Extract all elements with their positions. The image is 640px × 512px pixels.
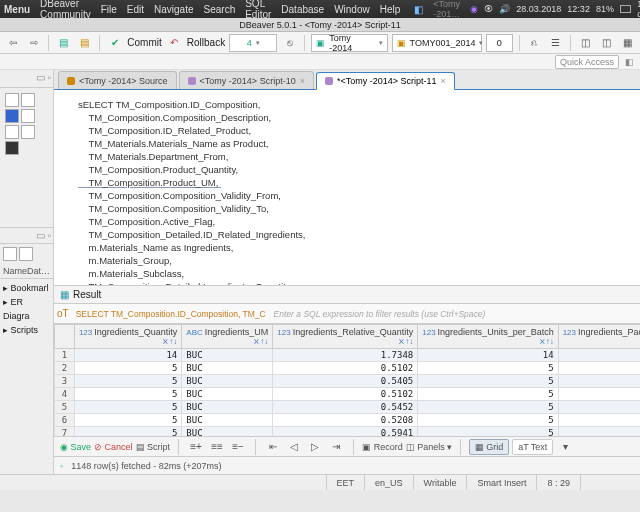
tool4-icon[interactable]: ◫	[598, 34, 615, 52]
tab-source[interactable]: <Tomy -2014> Source	[58, 71, 177, 89]
script-button[interactable]: ▤ Script	[136, 442, 171, 452]
tab-script11[interactable]: *<Tomy -2014> Script-11×	[316, 72, 455, 90]
window-title: DBeaver 5.0.1 - <Tomy -2014> Script-11	[0, 18, 640, 32]
quick-access-bar: Quick Access ◧	[0, 54, 640, 70]
connection-combo[interactable]: ▣Tomy -2014▾	[311, 34, 387, 52]
col-header[interactable]: 123Ingredients_Units_per_Batch⨯↑↓	[418, 325, 558, 349]
tree-bookmarks[interactable]: ▸ Bookmarl	[3, 281, 50, 295]
menu-sqleditor[interactable]: SQL Editor	[245, 0, 271, 20]
tray-wifi-icon[interactable]: ⦿	[484, 4, 493, 14]
filter-bar: oT SELECT TM_Composition.ID_Composition,…	[54, 304, 640, 324]
grid-view-button[interactable]: ▦ Grid	[469, 439, 509, 455]
tray-vol-icon[interactable]: 🔊	[499, 4, 510, 14]
status-insert: Smart Insert	[466, 475, 536, 490]
palette-sw[interactable]	[21, 125, 35, 139]
filter-input[interactable]: Enter a SQL expression to filter results…	[270, 309, 640, 319]
nav-last-icon[interactable]: ⇥	[327, 438, 345, 456]
nav-fwd-icon[interactable]: ⇨	[25, 34, 42, 52]
tray-battery: 81%	[596, 4, 614, 14]
rollback-icon[interactable]: ↶	[166, 34, 183, 52]
tool1-icon[interactable]: ⎌	[526, 34, 543, 52]
tray-date: 28.03.2018	[516, 4, 561, 14]
editor-tabstrip: <Tomy -2014> Source <Tomy -2014> Script-…	[54, 70, 640, 90]
tray-viber-icon[interactable]: ◉	[470, 4, 478, 14]
quick-access[interactable]: Quick Access	[555, 55, 619, 69]
table-row[interactable]: 25BUC0.510251	[55, 362, 640, 375]
table-row[interactable]: 35BUC0.540551	[55, 375, 640, 388]
perspective-icon[interactable]: ◧	[625, 57, 634, 67]
menu-database[interactable]: Database	[281, 4, 324, 15]
col-header[interactable]: 123Ingredients_Quantity⨯↑↓	[74, 325, 181, 349]
text-view-button[interactable]: aT Text	[512, 439, 553, 455]
new-sql-icon[interactable]: ▤	[76, 34, 93, 52]
table-row[interactable]: 114BUC1.7348141	[55, 349, 640, 362]
palette-sw[interactable]	[21, 93, 35, 107]
menu-help[interactable]: Help	[380, 4, 401, 15]
panels-button[interactable]: ◫ Panels ▾	[406, 442, 453, 452]
nav-first-icon[interactable]: ⇤	[264, 438, 282, 456]
edit-add-icon[interactable]: ≡+	[187, 438, 205, 456]
col-header[interactable]: 123Ingredients_Packaging⨯↑↓	[558, 325, 640, 349]
col-header[interactable]: ABCIngredients_UM⨯↑↓	[182, 325, 273, 349]
tool3-icon[interactable]: ◫	[577, 34, 594, 52]
commit-icon[interactable]: ✔	[106, 34, 123, 52]
menu-edit[interactable]: Edit	[127, 4, 144, 15]
rollback-label[interactable]: Rollback	[187, 37, 225, 48]
col-header[interactable]: 123Ingredients_Relative_Quantity⨯↑↓	[273, 325, 418, 349]
status-cursor-pos: 8 : 29	[536, 475, 580, 490]
select-expression[interactable]: SELECT TM_Composition.ID_Composition, TM…	[72, 309, 270, 319]
result-tab[interactable]: Result	[73, 289, 101, 300]
battery-icon	[620, 5, 631, 13]
menu-navigate[interactable]: Navigate	[154, 4, 193, 15]
sql-editor[interactable]: sELECT TM_Composition.ID_Composition, TM…	[54, 90, 640, 286]
project-tree[interactable]: ▸ Bookmarl ▸ ER Diagra ▸ Scripts	[0, 279, 53, 339]
palette-sw[interactable]	[21, 109, 35, 123]
database-combo[interactable]: ▣TOMY001_2014▾	[392, 34, 482, 52]
limit-spin[interactable]: 0	[486, 34, 513, 52]
autocommit-combo[interactable]: 4▾	[229, 34, 277, 52]
palette-sw[interactable]	[5, 93, 19, 107]
table-row[interactable]: 65BUC0.520851	[55, 414, 640, 427]
edit-dup-icon[interactable]: ≡≡	[208, 438, 226, 456]
table-row[interactable]: 55BUC0.545251	[55, 401, 640, 414]
save-button[interactable]: ◉ Save	[60, 442, 91, 452]
result-grid[interactable]: 123Ingredients_Quantity⨯↑↓ABCIngredients…	[54, 324, 640, 436]
close-icon[interactable]: ×	[440, 76, 445, 86]
tx-icon[interactable]: ⎋	[281, 34, 298, 52]
result-status: ◦ 1148 row(s) fetched - 82ms (+207ms) ⇥ …	[54, 456, 640, 474]
tree-scripts[interactable]: ▸ Scripts	[3, 323, 50, 337]
edit-del-icon[interactable]: ≡−	[229, 438, 247, 456]
menu-file[interactable]: File	[101, 4, 117, 15]
tree-erdiagrams[interactable]: ▸ ER Diagra	[3, 295, 50, 323]
tab-script10[interactable]: <Tomy -2014> Script-10×	[179, 71, 314, 89]
nav-prev-icon[interactable]: ◁	[285, 438, 303, 456]
table-row[interactable]: 45BUC0.510251	[55, 388, 640, 401]
palette-sw[interactable]	[5, 109, 19, 123]
cancel-button[interactable]: ⊘ Cancel	[94, 442, 133, 452]
menu-app[interactable]: DBeaver Community	[40, 0, 91, 20]
record-button[interactable]: ▣ Record	[362, 442, 403, 452]
view-min-icon[interactable]: ▭ ▫	[36, 72, 51, 83]
main-toolbar: ⇦ ⇨ ▤ ▤ ✔ Commit ↶ Rollback 4▾ ⎋ ▣Tomy -…	[0, 32, 640, 54]
tool5-icon[interactable]: ▦	[619, 34, 636, 52]
menu-search[interactable]: Search	[204, 4, 236, 15]
status-locale: en_US	[364, 475, 413, 490]
dbeaver-icon: ◧	[414, 4, 423, 15]
palette-sw[interactable]	[3, 247, 17, 261]
palette-sw[interactable]	[19, 247, 33, 261]
os-brand[interactable]: Menu	[4, 4, 30, 15]
app-statusbar: EET en_US Writable Smart Insert 8 : 29	[0, 474, 640, 490]
table-row[interactable]: 75BUC0.594151	[55, 427, 640, 437]
view-chev-icon[interactable]: ▾	[556, 438, 574, 456]
view-min-icon[interactable]: ▭ ▫	[36, 230, 51, 241]
nav-next-icon[interactable]: ▷	[306, 438, 324, 456]
palette-sw[interactable]	[5, 141, 19, 155]
nav-back-icon[interactable]: ⇦	[4, 34, 21, 52]
nav-col-name: Name	[3, 266, 27, 276]
menu-window[interactable]: Window	[334, 4, 370, 15]
new-conn-icon[interactable]: ▤	[55, 34, 72, 52]
palette-sw[interactable]	[5, 125, 19, 139]
close-icon[interactable]: ×	[300, 76, 305, 86]
commit-label[interactable]: Commit	[127, 37, 161, 48]
tool2-icon[interactable]: ☰	[547, 34, 564, 52]
